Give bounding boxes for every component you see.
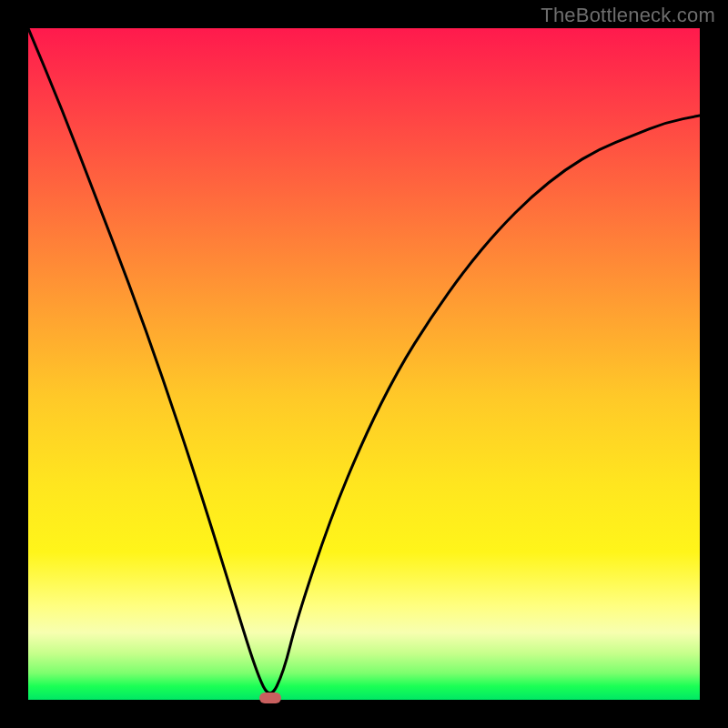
chart-frame: TheBottleneck.com bbox=[0, 0, 728, 728]
watermark-text: TheBottleneck.com bbox=[541, 4, 715, 27]
bottleneck-curve bbox=[28, 28, 700, 700]
plot-area bbox=[28, 28, 700, 700]
minimum-marker bbox=[259, 693, 281, 703]
